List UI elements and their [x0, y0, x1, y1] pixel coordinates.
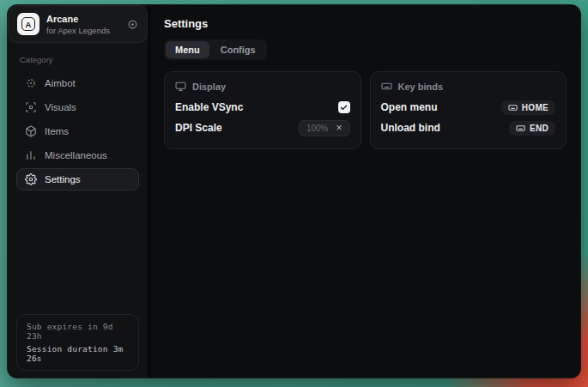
sidebar-item-visuals[interactable]: Visuals	[16, 96, 139, 118]
unload-bind-button[interactable]: END	[509, 121, 555, 136]
open-menu-bind-key: HOME	[522, 103, 549, 112]
gear-icon	[25, 173, 37, 185]
sidebar-item-label: Items	[45, 126, 69, 136]
keybinds-card-title: Key binds	[398, 82, 444, 92]
keyboard-icon	[381, 81, 392, 92]
sidebar-item-label: Settings	[45, 174, 81, 184]
keybinds-card-header: Key binds	[381, 81, 556, 92]
sub-expiry-text: Sub expires in 9d 23h	[27, 322, 129, 341]
sidebar-item-miscellaneous[interactable]: Miscellaneous	[16, 144, 139, 166]
open-menu-label: Open menu	[381, 101, 438, 113]
session-duration-text: Session duration 3m 26s	[27, 344, 129, 363]
target-icon[interactable]	[127, 19, 138, 30]
sidebar-spacer	[8, 192, 148, 314]
sidebar: A Arcane for Apex Legends Category	[8, 5, 148, 378]
sidebar-item-items[interactable]: Items	[16, 120, 139, 142]
unload-bind-row: Unload bind END	[381, 118, 556, 138]
keybinds-card: Key binds Open menu HOME Unload bind	[370, 71, 567, 149]
brand-text: Arcane for Apex Legends	[46, 14, 110, 35]
settings-tabs: Menu Configs	[164, 39, 267, 60]
monitor-icon	[175, 81, 186, 92]
unload-bind-label: Unload bind	[381, 122, 440, 134]
vsync-label: Enable VSync	[175, 101, 243, 113]
sidebar-item-label: Aimbot	[45, 78, 76, 88]
open-menu-bind-button[interactable]: HOME	[501, 100, 555, 115]
dpi-label: DPI Scale	[175, 122, 222, 134]
app-subtitle: for Apex Legends	[46, 26, 110, 35]
display-card-header: Display	[175, 81, 350, 92]
page-title: Settings	[164, 17, 567, 30]
display-card: Display Enable VSync DPI Scale 100% ×	[164, 71, 361, 149]
sidebar-nav: Category Aimbot Visuals	[8, 43, 148, 192]
tab-configs[interactable]: Configs	[211, 41, 265, 58]
open-menu-row: Open menu HOME	[381, 97, 556, 118]
display-card-title: Display	[192, 82, 226, 92]
vsync-row: Enable VSync	[175, 97, 350, 118]
keyboard-icon	[516, 124, 525, 133]
dpi-value: 100%	[306, 124, 329, 133]
scan-eye-icon	[25, 101, 37, 113]
sidebar-item-label: Miscellaneous	[45, 150, 107, 160]
tab-menu[interactable]: Menu	[166, 41, 209, 58]
clear-icon[interactable]: ×	[336, 124, 342, 132]
app-logo: A	[17, 13, 39, 35]
sidebar-item-aimbot[interactable]: Aimbot	[16, 72, 139, 94]
vsync-checkbox[interactable]	[338, 101, 350, 113]
dpi-row: DPI Scale 100% ×	[175, 118, 350, 138]
crosshair-icon	[25, 77, 37, 89]
brand-header: A Arcane for Apex Legends	[8, 5, 148, 43]
subscription-info-card: Sub expires in 9d 23h Session duration 3…	[16, 314, 139, 371]
package-icon	[25, 125, 37, 137]
sidebar-item-label: Visuals	[45, 102, 76, 112]
keyboard-icon	[508, 103, 518, 112]
logo-letter: A	[21, 17, 35, 31]
unload-bind-key: END	[530, 124, 549, 133]
chart-bars-icon	[25, 149, 37, 161]
category-label: Category	[20, 55, 139, 64]
main-panel: Settings Menu Configs Display Enable VSy…	[150, 5, 580, 378]
app-window: A Arcane for Apex Legends Category	[7, 4, 581, 378]
app-name: Arcane	[46, 14, 110, 24]
settings-cards: Display Enable VSync DPI Scale 100% ×	[164, 71, 567, 149]
dpi-scale-input[interactable]: 100% ×	[299, 120, 350, 136]
sidebar-item-settings[interactable]: Settings	[16, 168, 139, 190]
